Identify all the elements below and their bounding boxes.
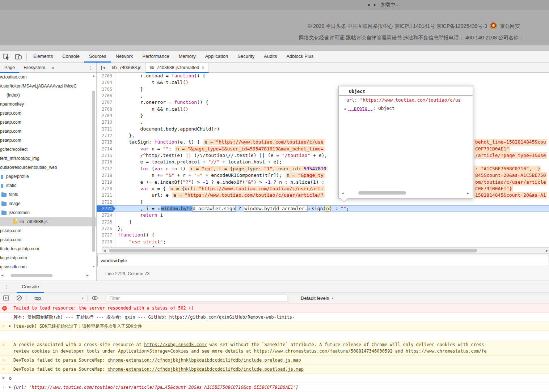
tab-network[interactable]: Network	[111, 51, 138, 63]
continue-to-here-icon[interactable]: ▶	[157, 206, 161, 211]
file-tree-item-gc-tech-collect[interactable]: gc/tech/collect	[0, 145, 96, 154]
code-line-2722[interactable]: 2722 }	[97, 199, 549, 205]
tab-memory[interactable]: Memory	[174, 51, 200, 63]
line-number[interactable]: 2714	[97, 146, 115, 152]
line-number[interactable]: 2725	[97, 219, 115, 225]
editor-tab-lib-7403688-js-formatted[interactable]: lib_7403688.js:formatted×	[145, 63, 209, 73]
line-number[interactable]: 2711	[97, 126, 115, 132]
file-tree-item-g-snssdk-com[interactable]: g.snssdk.com	[0, 263, 96, 272]
code-line-2723[interactable]: 2723 , i = ▶window.byted_acrawler.sign ?…	[97, 205, 549, 212]
line-number[interactable]: 2709	[97, 112, 115, 119]
file-tree-item-static[interactable]: static	[0, 181, 96, 190]
log-levels-selector[interactable]: Default levels	[301, 295, 329, 301]
execution-line-number[interactable]: 2723	[97, 205, 115, 212]
code-line-2724[interactable]: 2724 return i	[97, 212, 549, 218]
code-line-2721[interactable]: 2721 url: ee = "https://www.toutiao.com/…	[97, 192, 549, 199]
line-number[interactable]: 2718	[97, 172, 115, 179]
eye-icon[interactable]	[92, 295, 98, 301]
code-area[interactable]: 2703 r.onload = function() {2704 t && t.…	[97, 73, 549, 253]
file-tree-item-fonts[interactable]: fonts	[0, 190, 96, 199]
navigator-tab-filesystem[interactable]: Filesystem	[19, 63, 50, 73]
device-toolbar-icon[interactable]	[15, 53, 22, 60]
file-tree-item-pstatp-com[interactable]: pstatp.com	[0, 127, 96, 136]
tab-sources[interactable]: Sources	[84, 51, 111, 63]
code-line-2728[interactable]: 2728 "use strict";	[97, 239, 549, 245]
code-line-2706[interactable]: 2706 ,	[97, 93, 549, 99]
search-input[interactable]	[97, 255, 548, 266]
file-tree-item-outiao-resource-ntoutiao-web[interactable]: outiao/resource/ntoutiao_web	[0, 163, 96, 172]
line-number[interactable]: 2722	[97, 199, 115, 205]
continue-to-here-icon[interactable]: ▶	[308, 206, 312, 211]
line-number[interactable]: 2712	[97, 132, 115, 139]
scroll-right-icon[interactable]: ▶	[86, 274, 89, 277]
file-tree-item-pstatp-com[interactable]: pstatp.com	[0, 136, 96, 145]
code-line-2709[interactable]: 2709 }	[97, 112, 549, 119]
code-line-2718[interactable]: 2718 n += "&" + r + "=" + encodeURICompo…	[97, 172, 549, 179]
hide-navigator-icon[interactable]	[100, 65, 106, 71]
line-number[interactable]: 2728	[97, 239, 115, 245]
code-line-2714[interactable]: 2714 var n = "";n = "&page_type=1&user_i…	[97, 146, 549, 152]
context-selector[interactable]: top	[34, 295, 41, 301]
chevron-down-icon[interactable]: ▼	[331, 297, 334, 299]
popup-property--proto-[interactable]: ▶__proto__: Object	[339, 105, 473, 112]
code-line-2719[interactable]: 2719 e += e.indexOf("?") > -1 ? e.indexO…	[97, 179, 549, 186]
code-line-2716[interactable]: 2716 e = location.protocol + "//" + loca…	[97, 159, 549, 165]
code-line-2717[interactable]: 2717 for (var r in t)r = "cp", t = {page…	[97, 166, 549, 172]
code-line-2720[interactable]: 2720 var o = {o = {url: "https://www.tou…	[97, 186, 549, 192]
tab-application[interactable]: Application	[200, 51, 233, 63]
scroll-left-icon[interactable]: ◀	[342, 191, 343, 195]
line-number[interactable]: 2703	[97, 73, 115, 79]
code-line-2715[interactable]: 2715 /^http/.test(e) || (/\/toutiao\//.t…	[97, 152, 549, 159]
file-tree-item-pstatp-com[interactable]: pstatp.com	[0, 235, 96, 244]
file-tree-item-npermonkey[interactable]: npermonkey	[0, 100, 96, 109]
line-number[interactable]: 2707	[97, 99, 115, 106]
popup-hscrollbar[interactable]: ◀ ▶	[342, 191, 469, 195]
expand-triangle-icon[interactable]: ▶	[345, 107, 346, 111]
tab-security[interactable]: Security	[233, 51, 259, 63]
line-number[interactable]: 2706	[97, 93, 115, 99]
scroll-left-icon[interactable]: ◀	[1, 274, 3, 277]
file-tree-item-te-tt-mfsroot-pc-img[interactable]: te/tt_mfsroot/pc_img	[0, 154, 96, 163]
editor-tab-lib-7403688-js[interactable]: lib_7403688.js	[108, 63, 145, 73]
navigator-more-tabs-icon[interactable]: »	[50, 65, 56, 71]
file-tree-item-image[interactable]: image	[0, 199, 96, 208]
clear-console-icon[interactable]	[16, 295, 22, 301]
line-number[interactable]: 2720	[97, 186, 115, 192]
expand-triangle-icon[interactable]: ▶	[9, 323, 13, 329]
line-number[interactable]: 2719	[97, 179, 115, 186]
editor-hscrollbar-thumb[interactable]	[109, 249, 477, 252]
editor-hscrollbar[interactable]: ◀ ▶	[102, 247, 549, 253]
hovered-variable[interactable]: o	[326, 205, 329, 212]
code-line-2726[interactable]: 2726};	[97, 225, 549, 232]
message-link[interactable]: chrome-extension://cfhdojbkjhnklbpkdaibd…	[107, 367, 304, 372]
message-link[interactable]: https://www.chromestatus.com/fe	[406, 349, 487, 354]
code-line-2712[interactable]: 2712 },	[97, 132, 549, 139]
line-number[interactable]: 2716	[97, 159, 115, 165]
line-number[interactable]: 2727	[97, 232, 115, 238]
sidebar-vscrollbar[interactable]	[92, 91, 95, 252]
line-number[interactable]: 2705	[97, 86, 115, 93]
drawer-menu-icon[interactable]: ⋮	[4, 284, 9, 290]
file-tree-item-lib-7403688-js[interactable]: lib_7403688.js	[0, 217, 96, 226]
code-line-2727[interactable]: 2727!function() {	[97, 232, 549, 238]
file-tree-item-page-profile[interactable]: page/profile	[0, 172, 96, 181]
file-tree-item--user-token-ms4wljabaaaavazhmcec[interactable]: /user/token/MS4wLjABAAAAvazHMceC	[0, 82, 96, 91]
code-line-2725[interactable]: 2725 }	[97, 219, 549, 225]
tab-elements[interactable]: Elements	[29, 51, 58, 63]
scroll-right-icon[interactable]: ▶	[546, 249, 548, 252]
inspect-element-icon[interactable]	[3, 53, 10, 60]
scroll-left-icon[interactable]: ◀	[103, 249, 106, 252]
console-sidebar-icon[interactable]	[3, 295, 9, 301]
tab-adblock-plus[interactable]: Adblock Plus	[282, 51, 318, 63]
tab-performance[interactable]: Performance	[138, 51, 174, 63]
line-number[interactable]: 2713	[97, 139, 115, 145]
file-tree-item-pstatp-com[interactable]: pstatp.com	[0, 226, 96, 235]
line-number[interactable]: 2715	[97, 152, 115, 159]
message-link[interactable]: chrome-extension://cfhdojbkjhnklbpkdaibd…	[107, 358, 301, 363]
line-number[interactable]: 2726	[97, 225, 115, 232]
line-number[interactable]: 2717	[97, 166, 115, 172]
code-line-2703[interactable]: 2703 r.onload = function() {	[97, 73, 549, 79]
tab-console[interactable]: Console	[17, 281, 44, 293]
tab-audits[interactable]: Audits	[259, 51, 282, 63]
chevron-down-icon[interactable]: ▼	[81, 297, 84, 299]
